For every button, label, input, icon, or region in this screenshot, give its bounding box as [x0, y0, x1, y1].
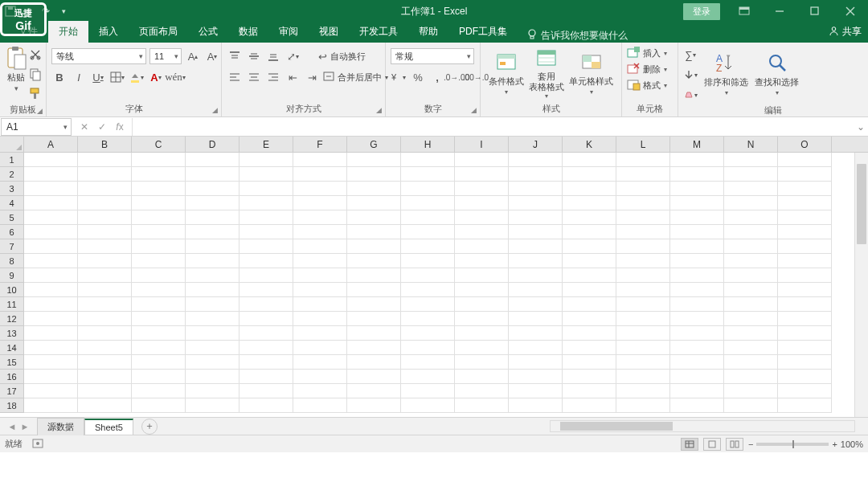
cell[interactable] [24, 297, 78, 312]
column-header[interactable]: G [347, 137, 401, 152]
cell[interactable] [347, 182, 401, 196]
cell[interactable] [509, 225, 563, 239]
cell[interactable] [670, 196, 724, 210]
cell[interactable] [778, 196, 832, 210]
cell[interactable] [240, 312, 293, 326]
cell[interactable] [401, 210, 455, 225]
dialog-launcher-icon[interactable]: ◢ [471, 106, 477, 114]
cell[interactable] [509, 254, 563, 268]
cell[interactable] [401, 268, 455, 283]
tab-pdf-tools[interactable]: PDF工具集 [448, 21, 518, 43]
cell[interactable] [78, 239, 132, 254]
cell[interactable] [455, 153, 509, 167]
cell[interactable] [78, 225, 132, 239]
cell[interactable] [509, 341, 563, 355]
cell[interactable] [240, 239, 293, 254]
column-header[interactable]: C [132, 137, 186, 152]
align-bottom-icon[interactable] [265, 48, 281, 64]
cell[interactable] [293, 167, 347, 182]
cell[interactable] [563, 297, 616, 312]
save-icon[interactable] [3, 4, 18, 18]
cell[interactable] [670, 355, 724, 370]
cell[interactable] [563, 167, 616, 182]
cell[interactable] [778, 297, 832, 312]
cell[interactable] [24, 312, 78, 326]
cell[interactable] [186, 254, 240, 268]
cell[interactable] [347, 210, 401, 225]
cell[interactable] [132, 384, 186, 398]
font-size-select[interactable]: 11 [149, 48, 182, 64]
cell[interactable] [186, 370, 240, 384]
dialog-launcher-icon[interactable]: ◢ [212, 106, 218, 114]
cell[interactable] [132, 196, 186, 210]
cell[interactable] [347, 355, 401, 370]
row-header[interactable]: 18 [0, 398, 24, 413]
cell[interactable] [616, 196, 670, 210]
cell[interactable] [401, 326, 455, 341]
italic-button[interactable]: I [71, 69, 87, 85]
cell[interactable] [240, 225, 293, 239]
cell[interactable] [509, 268, 563, 283]
cell[interactable] [401, 384, 455, 398]
cell[interactable] [78, 341, 132, 355]
cell[interactable] [616, 167, 670, 182]
tab-formulas[interactable]: 公式 [188, 21, 228, 43]
cell[interactable] [78, 268, 132, 283]
cell-styles-button[interactable]: 单元格样式▾ [569, 51, 613, 96]
cell[interactable] [724, 283, 778, 297]
cell[interactable] [293, 312, 347, 326]
cell[interactable] [455, 239, 509, 254]
row-header[interactable]: 6 [0, 225, 24, 239]
underline-button[interactable]: U ▾ [90, 69, 106, 85]
cell[interactable] [724, 341, 778, 355]
cell[interactable] [78, 196, 132, 210]
cell[interactable] [724, 326, 778, 341]
cell[interactable] [616, 370, 670, 384]
row-header[interactable]: 12 [0, 312, 24, 326]
cell[interactable] [347, 341, 401, 355]
cell[interactable] [509, 239, 563, 254]
cell[interactable] [240, 398, 293, 413]
number-format-select[interactable]: 常规 [391, 48, 474, 64]
cell[interactable] [455, 326, 509, 341]
align-middle-icon[interactable] [246, 48, 262, 64]
align-right-icon[interactable] [265, 69, 281, 85]
sort-filter-button[interactable]: AZ 排序和筛选▾ [704, 51, 748, 96]
cell[interactable] [563, 283, 616, 297]
close-icon[interactable] [833, 0, 868, 22]
cut-icon[interactable] [29, 48, 42, 63]
cell[interactable] [240, 210, 293, 225]
cell[interactable] [724, 239, 778, 254]
cell[interactable] [455, 182, 509, 196]
cell[interactable] [24, 384, 78, 398]
cell[interactable] [670, 210, 724, 225]
cell[interactable] [778, 210, 832, 225]
cell[interactable] [670, 182, 724, 196]
normal-view-icon[interactable] [681, 438, 698, 451]
row-header[interactable]: 16 [0, 370, 24, 384]
cell[interactable] [616, 341, 670, 355]
cell[interactable] [670, 384, 724, 398]
zoom-in-icon[interactable]: + [832, 439, 837, 449]
cell[interactable] [670, 254, 724, 268]
cell[interactable] [401, 239, 455, 254]
cell[interactable] [724, 225, 778, 239]
cell[interactable] [724, 370, 778, 384]
sheet-nav-next-icon[interactable]: ► [19, 422, 31, 431]
format-as-table-button[interactable]: 套用 表格格式▾ [529, 47, 564, 99]
cell[interactable] [347, 370, 401, 384]
cell[interactable] [347, 283, 401, 297]
cell[interactable] [670, 167, 724, 182]
row-header[interactable]: 14 [0, 341, 24, 355]
cell[interactable] [724, 312, 778, 326]
cell[interactable] [293, 370, 347, 384]
cell[interactable] [186, 355, 240, 370]
cell[interactable] [563, 384, 616, 398]
cell[interactable] [509, 283, 563, 297]
cell[interactable] [724, 167, 778, 182]
cell[interactable] [455, 268, 509, 283]
font-name-select[interactable]: 等线 [51, 48, 146, 64]
qat-dropdown-icon[interactable]: ▾ [56, 4, 71, 18]
cell[interactable] [78, 370, 132, 384]
cell[interactable] [347, 398, 401, 413]
